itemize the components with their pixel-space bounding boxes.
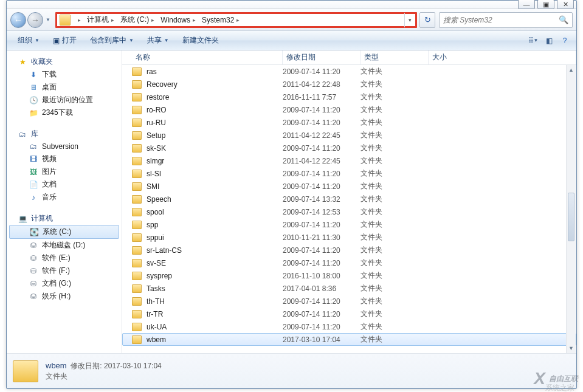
table-row[interactable]: Recovery2011-04-12 22:48文件夹 bbox=[122, 78, 576, 91]
back-button[interactable]: ← bbox=[10, 12, 26, 28]
vertical-scrollbar[interactable]: ▲ ▼ bbox=[566, 65, 576, 353]
view-options[interactable]: ⠿▼ bbox=[526, 35, 540, 47]
file-type: 文件夹 bbox=[360, 245, 429, 255]
minimize-button[interactable]: — bbox=[518, 0, 535, 9]
sidebar-item-pictures[interactable]: 🖼图片 bbox=[7, 165, 122, 178]
table-row[interactable]: ru-RU2009-07-14 11:20文件夹 bbox=[122, 116, 576, 129]
scroll-down[interactable]: ▼ bbox=[567, 343, 576, 353]
file-type: 文件夹 bbox=[360, 156, 429, 166]
breadcrumb-root[interactable]: ▸ bbox=[73, 14, 85, 26]
file-name: SMI bbox=[147, 182, 283, 191]
table-row[interactable]: slmgr2011-04-12 22:45文件夹 bbox=[122, 154, 576, 167]
table-row[interactable]: restore2016-11-11 7:57文件夹 bbox=[122, 91, 576, 103]
refresh-button[interactable]: ↻ bbox=[419, 12, 435, 28]
table-row[interactable]: th-TH2009-07-14 11:20文件夹 bbox=[122, 295, 576, 308]
close-button[interactable]: ✕ bbox=[557, 0, 574, 9]
column-type[interactable]: 类型 bbox=[360, 50, 429, 64]
file-modified: 2009-07-14 11:20 bbox=[283, 119, 360, 127]
table-row[interactable]: uk-UA2009-07-14 11:20文件夹 bbox=[122, 320, 576, 333]
address-dropdown[interactable]: ▾ bbox=[404, 13, 415, 27]
organize-menu[interactable]: 组织▼ bbox=[12, 33, 46, 48]
sidebar-item-documents[interactable]: 📄文档 bbox=[7, 178, 122, 191]
folder-icon bbox=[132, 182, 142, 191]
search-box[interactable]: 🔍 bbox=[439, 12, 573, 28]
sidebar-item-drive-h[interactable]: ⛁娱乐 (H:) bbox=[7, 290, 122, 303]
sidebar-item-downloads[interactable]: ⬇下载 bbox=[7, 68, 122, 81]
file-type: 文件夹 bbox=[360, 181, 429, 191]
breadcrumb[interactable]: Windows▸ bbox=[158, 14, 199, 26]
file-type: 文件夹 bbox=[360, 130, 429, 140]
table-row[interactable]: tr-TR2009-07-14 11:20文件夹 bbox=[122, 308, 576, 320]
share-menu[interactable]: 共享▼ bbox=[141, 33, 175, 48]
table-row[interactable]: sysprep2016-11-10 18:00文件夹 bbox=[122, 269, 576, 282]
sidebar-item-music[interactable]: ♪音乐 bbox=[7, 191, 122, 204]
file-modified: 2009-07-14 11:20 bbox=[283, 182, 360, 191]
help-button[interactable]: ? bbox=[558, 35, 571, 47]
breadcrumb[interactable]: System32▸ bbox=[199, 14, 243, 26]
file-modified: 2009-07-14 11:20 bbox=[283, 144, 360, 153]
maximize-button[interactable]: ▣ bbox=[537, 0, 554, 9]
favorites-header[interactable]: ★收藏夹 bbox=[7, 55, 122, 68]
breadcrumb[interactable]: 计算机▸ bbox=[85, 14, 118, 26]
table-row[interactable]: Tasks2017-04-01 8:36文件夹 bbox=[122, 282, 576, 295]
folder-icon bbox=[132, 233, 142, 242]
sidebar-item-subversion[interactable]: 🗂Subversion bbox=[7, 140, 122, 153]
details-mod-label: 修改日期: bbox=[71, 362, 102, 370]
file-type: 文件夹 bbox=[360, 117, 429, 128]
table-row[interactable]: Speech2009-07-14 13:32文件夹 bbox=[122, 193, 576, 205]
details-type: 文件夹 bbox=[46, 371, 162, 382]
folder-icon bbox=[132, 93, 142, 101]
sidebar-item-drive-c[interactable]: 💽系统 (C:) bbox=[9, 225, 119, 239]
column-size[interactable]: 大小 bbox=[429, 50, 576, 64]
scroll-thumb[interactable] bbox=[568, 193, 574, 241]
history-dropdown[interactable]: ▼ bbox=[44, 12, 52, 28]
sidebar-item-2345[interactable]: 📁2345下载 bbox=[7, 106, 122, 119]
table-row[interactable]: Setup2011-04-12 22:45文件夹 bbox=[122, 129, 576, 142]
table-row[interactable]: spool2009-07-14 12:53文件夹 bbox=[122, 205, 576, 218]
sidebar-item-drive-f[interactable]: ⛁软件 (F:) bbox=[7, 264, 122, 277]
command-bar: 组织▼ ▣打开 包含到库中▼ 共享▼ 新建文件夹 ⠿▼ ◧ ? bbox=[7, 31, 576, 50]
table-row[interactable]: ras2009-07-14 11:20文件夹 bbox=[122, 65, 576, 78]
column-name[interactable]: 名称 bbox=[132, 50, 283, 64]
computer-header[interactable]: 💻计算机 bbox=[7, 212, 122, 225]
file-modified: 2017-04-01 8:36 bbox=[283, 284, 360, 293]
sidebar-item-drive-d[interactable]: ⛁本地磁盘 (D:) bbox=[7, 239, 122, 252]
file-modified: 2017-03-10 17:04 bbox=[283, 335, 360, 344]
preview-pane-toggle[interactable]: ◧ bbox=[542, 35, 556, 47]
file-name: sl-SI bbox=[147, 170, 283, 178]
table-row[interactable]: ro-RO2009-07-14 11:20文件夹 bbox=[122, 103, 576, 116]
file-name: ro-RO bbox=[147, 106, 283, 114]
file-modified: 2009-07-14 12:53 bbox=[283, 208, 360, 216]
table-row[interactable]: sppui2010-11-21 11:30文件夹 bbox=[122, 231, 576, 244]
newfolder-button[interactable]: 新建文件夹 bbox=[176, 33, 225, 48]
file-type: 文件夹 bbox=[360, 219, 429, 230]
table-row[interactable]: SMI2009-07-14 11:20文件夹 bbox=[122, 180, 576, 193]
table-row[interactable]: sr-Latn-CS2009-07-14 11:20文件夹 bbox=[122, 244, 576, 256]
column-modified[interactable]: 修改日期 bbox=[283, 50, 360, 64]
libraries-header[interactable]: 🗂库 bbox=[7, 128, 122, 140]
forward-button[interactable]: → bbox=[27, 12, 43, 28]
sidebar-item-videos[interactable]: 🎞视频 bbox=[7, 153, 122, 165]
open-button[interactable]: ▣打开 bbox=[47, 33, 83, 48]
table-row[interactable]: wbem2017-03-10 17:04文件夹 bbox=[122, 333, 576, 346]
table-row[interactable]: spp2009-07-14 11:20文件夹 bbox=[122, 218, 576, 231]
table-row[interactable]: sl-SI2009-07-14 11:20文件夹 bbox=[122, 167, 576, 180]
folder-icon bbox=[60, 15, 71, 26]
search-icon: 🔍 bbox=[559, 15, 568, 24]
sidebar-item-drive-e[interactable]: ⛁软件 (E:) bbox=[7, 252, 122, 264]
file-name: Tasks bbox=[147, 284, 283, 293]
file-type: 文件夹 bbox=[360, 79, 429, 89]
search-input[interactable] bbox=[443, 16, 559, 24]
address-bar[interactable]: ▸ 计算机▸ 系统 (C:)▸ Windows▸ System32▸ ▾ bbox=[55, 12, 417, 28]
table-row[interactable]: sv-SE2009-07-14 11:20文件夹 bbox=[122, 256, 576, 269]
file-name: wbem bbox=[147, 335, 283, 344]
table-row[interactable]: sk-SK2009-07-14 11:20文件夹 bbox=[122, 142, 576, 154]
sidebar-item-desktop[interactable]: 🖥桌面 bbox=[7, 81, 122, 94]
sidebar-item-drive-g[interactable]: ⛁文档 (G:) bbox=[7, 277, 122, 290]
file-modified: 2011-04-12 22:45 bbox=[283, 157, 360, 165]
include-menu[interactable]: 包含到库中▼ bbox=[84, 33, 140, 48]
folder-icon bbox=[132, 131, 142, 140]
sidebar-item-recent[interactable]: 🕓最近访问的位置 bbox=[7, 94, 122, 106]
breadcrumb[interactable]: 系统 (C:)▸ bbox=[118, 14, 158, 26]
scroll-up[interactable]: ▲ bbox=[567, 65, 576, 75]
